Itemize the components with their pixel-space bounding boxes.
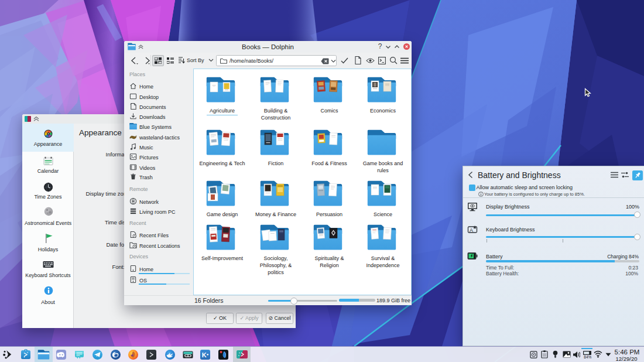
svg-text:84%: 84%	[584, 355, 591, 359]
svg-text:A: A	[470, 227, 473, 233]
